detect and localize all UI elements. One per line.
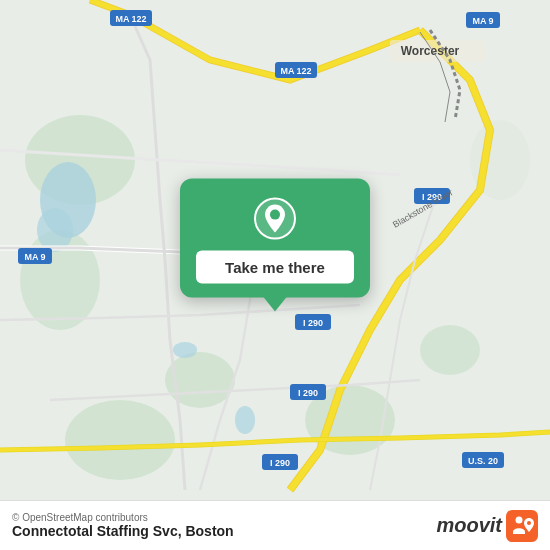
svg-text:MA 9: MA 9 — [472, 16, 493, 26]
moovit-logo-icon — [506, 510, 538, 542]
svg-point-6 — [65, 400, 175, 480]
svg-point-11 — [235, 406, 255, 434]
map-container: Worcester MA 122 MA 122 MA 9 MA 9 I 290 … — [0, 0, 550, 500]
svg-point-10 — [173, 342, 197, 358]
svg-text:I 290: I 290 — [270, 458, 290, 468]
svg-text:MA 122: MA 122 — [115, 14, 146, 24]
svg-point-34 — [270, 210, 280, 220]
svg-point-9 — [37, 208, 73, 252]
bottom-bar: © OpenStreetMap contributors Connectotal… — [0, 500, 550, 550]
svg-text:I 290: I 290 — [298, 388, 318, 398]
location-name: Connectotal Staffing Svc, Boston — [12, 523, 234, 539]
svg-text:Worcester: Worcester — [401, 44, 460, 58]
svg-point-5 — [420, 325, 480, 375]
svg-rect-35 — [506, 510, 538, 542]
moovit-text: moovit — [436, 514, 502, 537]
svg-text:I 290: I 290 — [303, 318, 323, 328]
popup-card: Take me there — [180, 179, 370, 298]
svg-text:MA 122: MA 122 — [280, 66, 311, 76]
svg-text:U.S. 20: U.S. 20 — [468, 456, 498, 466]
svg-point-36 — [516, 516, 523, 523]
svg-text:MA 9: MA 9 — [24, 252, 45, 262]
bottom-left-info: © OpenStreetMap contributors Connectotal… — [12, 512, 234, 539]
svg-point-37 — [527, 521, 531, 525]
location-pin-icon — [253, 197, 297, 241]
copyright-text: © OpenStreetMap contributors — [12, 512, 234, 523]
moovit-logo: moovit — [436, 510, 538, 542]
take-me-there-button[interactable]: Take me there — [196, 251, 354, 284]
